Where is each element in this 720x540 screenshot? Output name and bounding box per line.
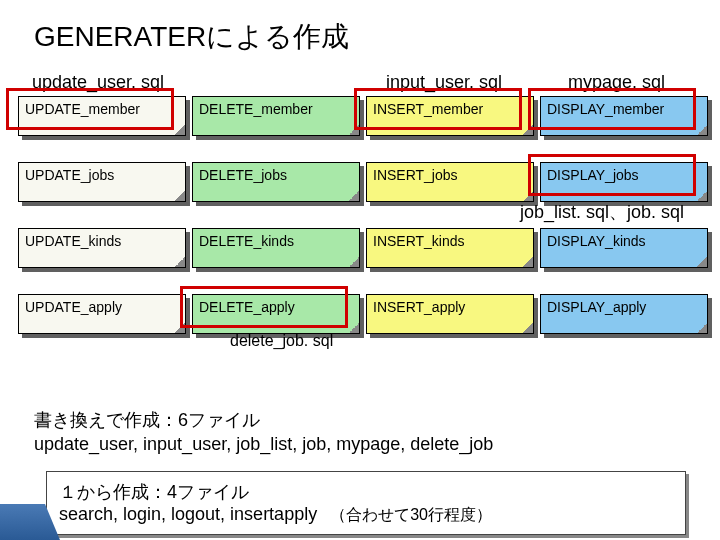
mid-label-joblist: job_list. sql、job. sql <box>520 200 684 224</box>
grid-cell: DISPLAY_member <box>540 96 708 156</box>
grid-cell: DELETE_member <box>192 96 360 156</box>
sql-note: DISPLAY_kinds <box>540 228 708 268</box>
grid-cell: DISPLAY_kinds <box>540 228 708 288</box>
summary-block-1: 書き換えで作成：6ファイル update_user, input_user, j… <box>34 408 708 457</box>
slide-title: GENERATERによる作成 <box>34 18 708 56</box>
sql-note: INSERT_kinds <box>366 228 534 268</box>
summary-block-2: １から作成：4ファイル search, login, logout, inser… <box>46 471 686 535</box>
col-label-input: input_user. sql <box>386 72 502 93</box>
sql-note: DISPLAY_member <box>540 96 708 136</box>
grid-cell: DISPLAY_apply <box>540 294 708 354</box>
grid-cell: UPDATE_jobs <box>18 162 186 222</box>
grid-cell: INSERT_kinds <box>366 228 534 288</box>
sql-note: UPDATE_apply <box>18 294 186 334</box>
sql-note: DISPLAY_apply <box>540 294 708 334</box>
sql-note: DELETE_member <box>192 96 360 136</box>
grid-cell: DELETE_kinds <box>192 228 360 288</box>
summary1-line2: update_user, input_user, job_list, job, … <box>34 432 708 456</box>
summary2-line2: search, login, logout, insertapply <box>59 504 317 524</box>
sql-note: UPDATE_jobs <box>18 162 186 202</box>
col-label-update: update_user. sql <box>32 72 164 93</box>
sql-note: INSERT_apply <box>366 294 534 334</box>
sql-note: DELETE_apply <box>192 294 360 334</box>
sql-note: DELETE_kinds <box>192 228 360 268</box>
grid-cell: INSERT_member <box>366 96 534 156</box>
sql-note: UPDATE_member <box>18 96 186 136</box>
col-label-mypage: mypage. sql <box>568 72 665 93</box>
sql-note: UPDATE_kinds <box>18 228 186 268</box>
summary2-note: （合わせて30行程度） <box>330 506 492 523</box>
grid-cell: INSERT_jobs <box>366 162 534 222</box>
label-delete-job: delete_job. sql <box>230 332 333 350</box>
grid-cell: UPDATE_member <box>18 96 186 156</box>
grid-cell: UPDATE_kinds <box>18 228 186 288</box>
sql-note: INSERT_member <box>366 96 534 136</box>
summary2-line1: １から作成：4ファイル <box>59 480 673 504</box>
sql-note: DISPLAY_jobs <box>540 162 708 202</box>
sql-grid: UPDATE_memberDELETE_memberINSERT_memberD… <box>18 96 708 354</box>
grid-cell: INSERT_apply <box>366 294 534 354</box>
grid-cell: DELETE_jobs <box>192 162 360 222</box>
summary1-line1: 書き換えで作成：6ファイル <box>34 408 708 432</box>
sql-note: INSERT_jobs <box>366 162 534 202</box>
grid-cell: UPDATE_apply <box>18 294 186 354</box>
sql-note: DELETE_jobs <box>192 162 360 202</box>
